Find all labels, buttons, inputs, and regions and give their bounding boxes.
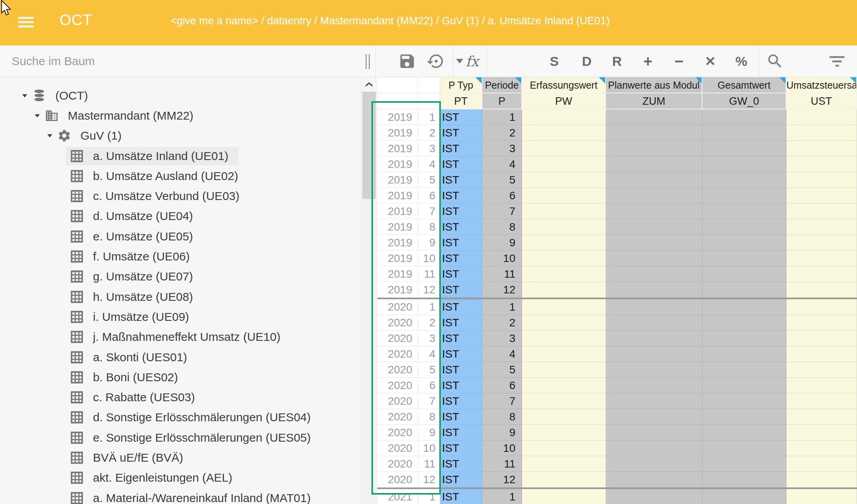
row-header-year[interactable]: 2019 [377,188,418,204]
tree-item[interactable]: f. Umsätze (UE06) [0,246,360,266]
grid-cell-ust[interactable] [786,235,857,251]
grid-cell-gw_0[interactable] [702,282,786,298]
grid-cell-zum[interactable] [606,440,702,456]
grid-cell-gw_0[interactable] [702,456,786,472]
grid-cell-pt[interactable]: IST [440,393,482,409]
row-header-year[interactable]: 2019 [377,172,418,188]
row-header-year[interactable]: 2019 [377,141,418,156]
grid-cell-ust[interactable] [786,282,857,298]
grid-cell-p[interactable]: 1 [482,109,522,125]
row-header-period[interactable]: 12 [418,282,440,298]
column-header-label[interactable]: Erfassungswert [522,77,606,93]
grid-cell-p[interactable]: 8 [482,219,522,235]
grid-cell-zum[interactable] [606,204,702,219]
toolbar-button-percent[interactable]: % [731,45,752,77]
tree-item[interactable]: g. Umsätze (UE07) [0,267,360,287]
grid-cell-pt[interactable]: IST [440,315,482,331]
tree-item[interactable]: a. Umsätze Inland (UE01) [0,146,360,166]
grid-cell-zum[interactable] [606,282,702,298]
grid-cell-pt[interactable]: IST [440,251,482,266]
grid-cell-pw[interactable] [522,219,606,235]
row-header-period[interactable]: 4 [418,156,440,172]
grid-cell-pw[interactable] [522,393,606,409]
grid-cell-p[interactable]: 12 [482,282,522,298]
grid-cell-ust[interactable] [786,315,857,331]
tree-item[interactable]: d. Sonstige Erlösschmälerungen (UES04) [0,408,360,428]
filter-button[interactable] [828,45,846,77]
grid-cell-p[interactable]: 2 [482,315,522,331]
grid-cell-zum[interactable] [606,188,702,204]
column-header-code[interactable]: GW_0 [702,93,786,109]
grid-cell-pt[interactable]: IST [440,156,482,172]
grid-cell-pw[interactable] [522,266,606,282]
grid-cell-zum[interactable] [606,472,702,488]
grid-cell-p[interactable]: 9 [482,235,522,251]
grid-cell-zum[interactable] [606,266,702,282]
grid-cell-pw[interactable] [522,172,606,188]
grid-cell-gw_0[interactable] [702,141,786,156]
search-button[interactable] [766,45,784,77]
column-header-code[interactable]: ZUM [606,93,702,109]
grid-cell-pt[interactable]: IST [440,204,482,219]
grid-cell-pw[interactable] [522,204,606,219]
tree-item[interactable]: i. Umsätze (UE09) [0,307,360,327]
grid-cell-pt[interactable]: IST [440,331,482,346]
scrollbar-thumb[interactable] [362,92,376,199]
grid-cell-pt[interactable]: IST [440,282,482,298]
row-header-period[interactable]: 1 [418,109,440,125]
column-header-code[interactable]: UST [786,93,857,109]
column-header-code[interactable]: PT [440,93,482,109]
row-header-year[interactable]: 2019 [377,235,418,251]
row-header-year[interactable]: 2019 [377,266,418,282]
grid-cell-p[interactable]: 7 [482,393,522,409]
row-header-period[interactable]: 9 [418,425,440,440]
row-header-year[interactable]: 2020 [377,299,418,315]
grid-cell-pt[interactable]: IST [440,299,482,315]
grid-cell-zum[interactable] [606,109,702,125]
grid-cell-gw_0[interactable] [702,331,786,346]
grid-cell-gw_0[interactable] [702,125,786,141]
grid-cell-gw_0[interactable] [702,299,786,315]
row-header-period[interactable]: 12 [418,472,440,488]
row-header-year[interactable]: 2020 [377,346,418,362]
grid-cell-ust[interactable] [786,489,857,504]
grid-cell-pw[interactable] [522,235,606,251]
grid-cell-gw_0[interactable] [702,315,786,331]
grid-cell-p[interactable]: 6 [482,378,522,393]
grid-cell-ust[interactable] [786,331,857,346]
grid-cell-zum[interactable] [606,362,702,378]
grid-cell-ust[interactable] [786,172,857,188]
grid-cell-ust[interactable] [786,425,857,440]
row-header-year[interactable]: 2020 [377,331,418,346]
grid-cell-zum[interactable] [606,251,702,266]
grid-cell-ust[interactable] [786,346,857,362]
grid-cell-ust[interactable] [786,251,857,266]
grid-cell-zum[interactable] [606,219,702,235]
grid-cell-pw[interactable] [522,409,606,425]
formula-dropdown-button[interactable]: fx [456,45,479,77]
grid-cell-ust[interactable] [786,266,857,282]
tree-item[interactable]: d. Umsätze (UE04) [0,206,360,226]
row-header-year[interactable]: 2019 [377,204,418,219]
row-header-year[interactable]: 2019 [377,125,418,141]
tree-item[interactable]: b. Umsätze Ausland (UE02) [0,166,360,186]
grid-cell-pw[interactable] [522,456,606,472]
grid-cell-ust[interactable] [786,125,857,141]
grid-cell-pw[interactable] [522,156,606,172]
grid-cell-p[interactable]: 10 [482,251,522,266]
row-header-period[interactable]: 3 [418,331,440,346]
grid-cell-gw_0[interactable] [702,472,786,488]
row-header-period[interactable]: 6 [418,188,440,204]
grid-cell-pt[interactable]: IST [440,266,482,282]
grid-cell-p[interactable]: 5 [482,362,522,378]
grid-cell-ust[interactable] [786,204,857,219]
grid-cell-p[interactable]: 12 [482,472,522,488]
toolbar-button-s[interactable]: S [544,45,565,77]
grid-cell-zum[interactable] [606,489,702,504]
grid-cell-p[interactable]: 3 [482,141,522,156]
row-header-period[interactable]: 5 [418,172,440,188]
scroll-up-button[interactable] [361,77,377,91]
grid-cell-pw[interactable] [522,331,606,346]
grid-cell-zum[interactable] [606,425,702,440]
toolbar-button-r[interactable]: R [606,45,628,77]
